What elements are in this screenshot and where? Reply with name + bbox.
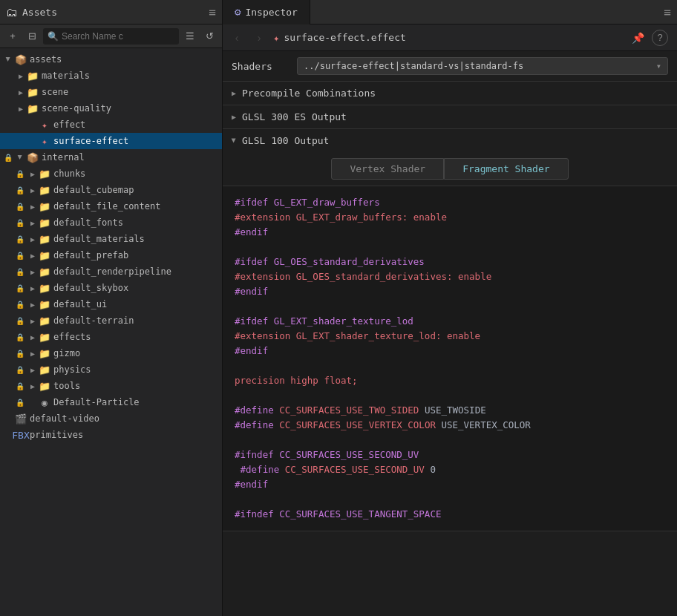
- assets-panel-header: 🗂 Assets ≡: [0, 0, 223, 24]
- code-line: #extension GL_EXT_shader_texture_lod: en…: [235, 329, 665, 344]
- tree-item-tools[interactable]: 🔒▶📁tools: [0, 378, 222, 394]
- code-line: #define CC_SURFACES_USE_SECOND_UV 0: [235, 462, 665, 477]
- lock-icon-default-terrain: 🔒: [15, 315, 25, 326]
- folder-icon-default_file_content: 📁: [39, 201, 50, 212]
- glsl300-arrow-icon: ▶: [232, 113, 236, 121]
- tree-item-default_materials[interactable]: 🔒▶📁default_materials: [0, 231, 222, 247]
- code-line: [235, 388, 665, 403]
- precompile-label: Precompile Combinations: [242, 88, 376, 99]
- tree-item-primitives[interactable]: ▶FBXprimitives: [0, 427, 222, 443]
- tree-label-scene: scene: [42, 87, 68, 97]
- tree-arrow-scene: ▶: [15, 86, 27, 98]
- precompile-section: ▶ Precompile Combinations: [223, 82, 677, 105]
- assets-menu-icon[interactable]: ≡: [209, 5, 216, 19]
- tree-label-default_renderpipeline: default_renderpipeline: [53, 266, 171, 277]
- inspector-menu-icon[interactable]: ≡: [664, 5, 671, 19]
- tree-arrow-physics: ▶: [27, 364, 39, 376]
- lock-icon-default_renderpipeline: 🔒: [15, 266, 25, 277]
- lock-icon-effects: 🔒: [15, 332, 25, 342]
- tree-item-default-terrain[interactable]: 🔒▶📁default-terrain: [0, 312, 222, 329]
- inspector-panel: ‹ › ✦ surface-effect.effect 📌 ? Shaders …: [223, 24, 677, 616]
- tree-arrow-default_file_content: ▶: [27, 200, 39, 212]
- assets-title: Assets: [22, 7, 57, 18]
- tree-item-Default-Particle[interactable]: 🔒▶◉Default-Particle: [0, 394, 222, 410]
- tree-item-default_file_content[interactable]: 🔒▶📁default_file_content: [0, 198, 222, 214]
- precompile-section-header[interactable]: ▶ Precompile Combinations: [223, 82, 677, 105]
- help-button[interactable]: ?: [652, 30, 668, 46]
- tree-arrow-internal: ▶: [15, 151, 27, 163]
- folder-icon-default_skybox: 📁: [39, 283, 50, 293]
- tree-item-default_prefab[interactable]: 🔒▶📁default_prefab: [0, 247, 222, 263]
- tree-item-internal[interactable]: 🔒▶📦internal: [0, 149, 222, 166]
- glsl100-section-header[interactable]: ▶ GLSL 100 Output: [223, 129, 677, 152]
- code-line: #endif: [235, 284, 665, 299]
- vertex-shader-tab[interactable]: Vertex Shader: [331, 158, 444, 180]
- fragment-shader-tab[interactable]: Fragment Shader: [444, 158, 568, 180]
- tree-item-scene[interactable]: ▶📁scene: [0, 84, 222, 100]
- folder-icon-materials: 📁: [27, 71, 39, 81]
- tree-item-surface-effect[interactable]: ▶✦surface-effect: [0, 133, 222, 149]
- tree-arrow-assets: ▶: [3, 53, 15, 65]
- code-line: #ifdef GL_EXT_shader_texture_lod: [235, 314, 665, 329]
- tree-item-effects[interactable]: 🔒▶📁effects: [0, 329, 222, 345]
- tree-arrow-default-terrain: ▶: [27, 315, 39, 327]
- tree-arrow-default_cubemap: ▶: [27, 184, 39, 196]
- hierarchy-button[interactable]: ⊟: [24, 28, 40, 45]
- tree-label-default-video: default-video: [30, 413, 99, 424]
- tree-label-materials: materials: [42, 71, 90, 81]
- code-area[interactable]: #ifdef GL_EXT_draw_buffers#extension GL_…: [223, 186, 677, 531]
- tree-item-default_fonts[interactable]: 🔒▶📁default_fonts: [0, 214, 222, 231]
- lock-icon-default_cubemap: 🔒: [15, 185, 25, 195]
- tree-arrow-gizmo: ▶: [27, 347, 39, 359]
- tree-item-physics[interactable]: 🔒▶📁physics: [0, 361, 222, 378]
- folder-icon-default_cubemap: 📁: [39, 185, 50, 195]
- tree-item-chunks[interactable]: 🔒▶📁chunks: [0, 166, 222, 182]
- asset-tree: ▶📦assets▶📁materials▶📁scene▶📁scene-qualit…: [0, 48, 222, 616]
- tree-item-default_skybox[interactable]: 🔒▶📁default_skybox: [0, 280, 222, 296]
- tree-item-assets[interactable]: ▶📦assets: [0, 51, 222, 68]
- back-button[interactable]: ‹: [229, 30, 245, 46]
- tree-arrow-chunks: ▶: [27, 168, 39, 180]
- file-name: surface-effect.effect: [284, 32, 405, 43]
- code-line: [235, 358, 665, 373]
- inspector-tab[interactable]: ⚙ Inspector: [223, 0, 310, 24]
- pin-button[interactable]: 📌: [629, 30, 646, 46]
- tree-label-default_fonts: default_fonts: [53, 217, 123, 228]
- folder-icon-internal: 📦: [27, 152, 39, 163]
- tree-label-default_cubemap: default_cubemap: [53, 185, 134, 195]
- folder-icon-effects: 📁: [39, 332, 50, 342]
- tree-label-internal: internal: [42, 152, 85, 163]
- forward-button[interactable]: ›: [251, 30, 267, 46]
- tree-arrow-default_skybox: ▶: [27, 282, 39, 294]
- effect-icon-effect: ✦: [39, 119, 50, 130]
- inspector-tab-label: Inspector: [245, 7, 297, 18]
- tree-item-materials[interactable]: ▶📁materials: [0, 68, 222, 84]
- add-button[interactable]: +: [4, 28, 21, 45]
- tree-item-scene-quality[interactable]: ▶📁scene-quality: [0, 100, 222, 117]
- tree-label-gizmo: gizmo: [53, 348, 80, 358]
- tree-item-effect[interactable]: ▶✦effect: [0, 117, 222, 133]
- inspector-tab-icon: ⚙: [235, 6, 241, 18]
- inspector-tab-area: ⚙ Inspector ≡: [223, 0, 677, 24]
- video-icon-default-video: 🎬: [15, 413, 27, 424]
- tree-item-gizmo[interactable]: 🔒▶📁gizmo: [0, 345, 222, 361]
- glsl300-section-header[interactable]: ▶ GLSL 300 ES Output: [223, 105, 677, 128]
- tree-item-default_ui[interactable]: 🔒▶📁default_ui: [0, 296, 222, 312]
- code-line: [235, 492, 665, 507]
- code-line: #ifndef CC_SURFACES_USE_SECOND_UV: [235, 448, 665, 462]
- lock-icon-default_file_content: 🔒: [15, 201, 25, 212]
- code-line: #ifdef GL_EXT_draw_buffers: [235, 195, 665, 210]
- shaders-select[interactable]: ../surface-effect|standard-vs|standard-f…: [297, 57, 668, 75]
- tree-label-default-terrain: default-terrain: [53, 315, 134, 326]
- folder-icon-default_fonts: 📁: [39, 217, 50, 228]
- tree-label-surface-effect: surface-effect: [53, 136, 128, 146]
- tree-label-default_ui: default_ui: [53, 299, 107, 309]
- folder-icon-assets: 📦: [15, 54, 27, 65]
- search-input[interactable]: [62, 31, 174, 42]
- tree-item-default_renderpipeline[interactable]: 🔒▶📁default_renderpipeline: [0, 263, 222, 280]
- refresh-button[interactable]: ↺: [201, 28, 218, 45]
- tree-item-default-video[interactable]: ▶🎬default-video: [0, 410, 222, 427]
- tree-arrow-materials: ▶: [15, 70, 27, 82]
- tree-item-default_cubemap[interactable]: 🔒▶📁default_cubemap: [0, 182, 222, 198]
- list-view-button[interactable]: ☰: [182, 28, 198, 45]
